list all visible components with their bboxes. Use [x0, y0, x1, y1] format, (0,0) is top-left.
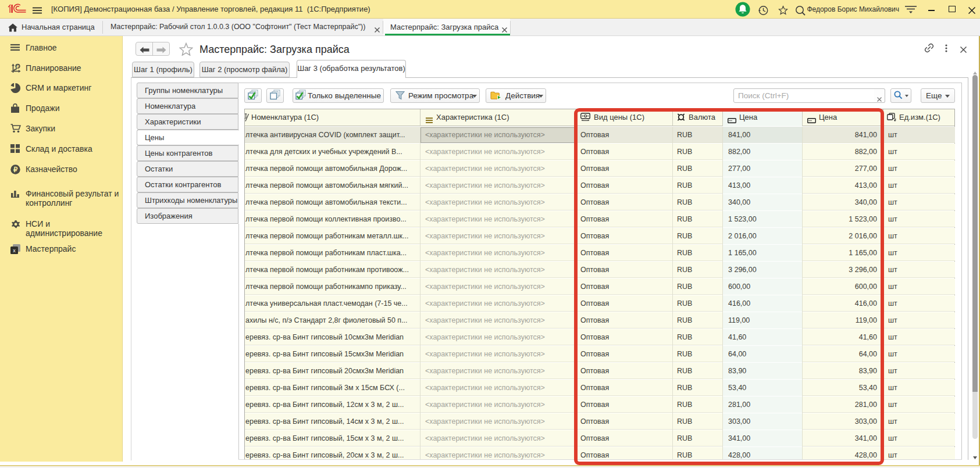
svg-text:x: x	[13, 248, 16, 253]
svg-text:₽: ₽	[13, 166, 18, 173]
svg-text:₽: ₽	[16, 65, 19, 69]
